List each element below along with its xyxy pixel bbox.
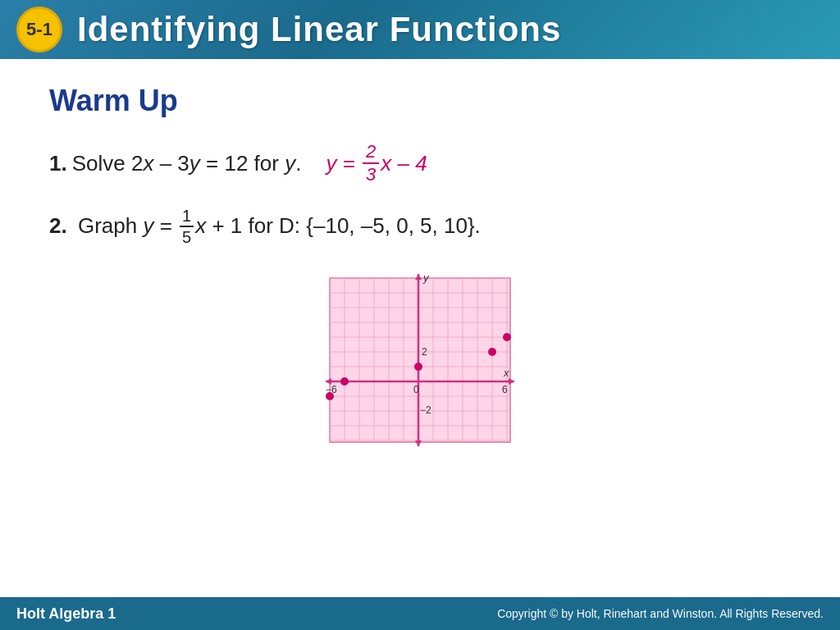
problem-2-number: 2.: [49, 213, 67, 239]
footer-publisher: Holt Algebra 1: [16, 605, 116, 623]
svg-text:x: x: [503, 367, 509, 379]
warm-up-title: Warm Up: [49, 84, 791, 118]
svg-text:2: 2: [422, 346, 427, 358]
svg-rect-0: [330, 278, 510, 442]
problem-1: 1. Solve 2x – 3y = 12 for y. y = 2 3 x –…: [49, 141, 791, 186]
coordinate-graph: x y −6 0 6 2 −2: [322, 270, 518, 450]
problem-2-graph-label: Graph: [78, 213, 144, 239]
graph-point-2: [340, 377, 349, 386]
footer-copyright: Copyright © by Holt, Rinehart and Winsto…: [497, 607, 824, 620]
main-content: Warm Up 1. Solve 2x – 3y = 12 for y. y =…: [0, 59, 840, 597]
graph-point-3: [414, 363, 422, 371]
svg-text:6: 6: [502, 384, 508, 395]
footer: Holt Algebra 1 Copyright © by Holt, Rine…: [0, 597, 840, 630]
header-title: Identifying Linear Functions: [77, 10, 561, 49]
header: 5-1 Identifying Linear Functions: [0, 0, 840, 59]
equation-fraction: 1 5: [180, 206, 194, 247]
svg-text:−2: −2: [420, 404, 431, 416]
lesson-badge: 5-1: [16, 7, 62, 52]
problem-1-number: 1.: [49, 151, 67, 176]
svg-marker-30: [415, 274, 422, 280]
problem-1-answer: y = 2 3 x – 4: [326, 141, 427, 186]
graph-wrapper: x y −6 0 6 2 −2: [322, 270, 518, 454]
answer-fraction: 2 3: [363, 141, 379, 186]
graph-container: x y −6 0 6 2 −2: [49, 270, 791, 454]
problem-1-text: Solve 2x – 3y = 12 for y.: [72, 151, 302, 176]
svg-text:0: 0: [413, 384, 419, 395]
graph-point-1: [326, 392, 334, 400]
graph-point-4: [488, 348, 496, 356]
problem-2: 2. Graph y = 1 5 x + 1 for D: {–10, –5, …: [49, 206, 791, 247]
svg-marker-31: [415, 441, 422, 446]
svg-marker-28: [509, 378, 514, 385]
graph-point-5: [503, 333, 511, 341]
